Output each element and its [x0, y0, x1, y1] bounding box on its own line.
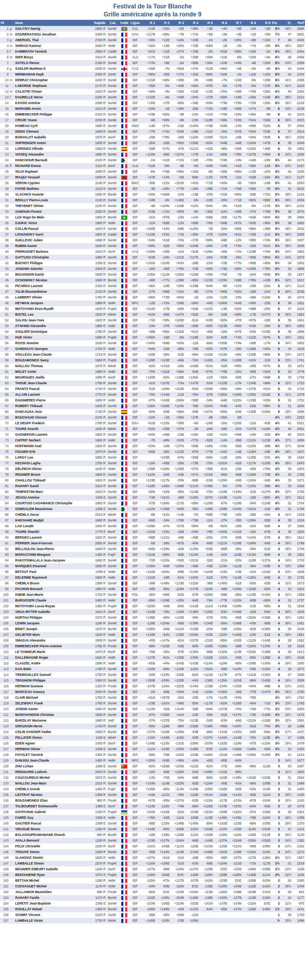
federation [119, 592, 129, 598]
round-5-result: +129N [199, 249, 213, 255]
round-9-result: -67B [257, 529, 271, 535]
points: 4 [271, 541, 280, 546]
flag-france-icon [121, 347, 127, 351]
round-9-result: -84N [257, 729, 271, 735]
round-9-result: +50B [257, 135, 271, 140]
fide-title [9, 495, 14, 500]
fide-title: m [9, 55, 14, 60]
round-7-result: +24B [228, 77, 242, 83]
points: 4 [271, 678, 280, 683]
round-2-result: -80B [156, 689, 170, 695]
round-6-result: =82N [213, 701, 228, 706]
league: IDF [129, 575, 142, 581]
fide-title [9, 518, 14, 523]
round-9-result: -66B [257, 552, 271, 558]
federation [119, 55, 129, 60]
points: 6 [271, 152, 280, 157]
points: 2½ [271, 855, 280, 861]
round-9-result: +88N [257, 352, 271, 358]
tiebreak: 28½ [281, 661, 292, 666]
player-name: LE TANNEUR Marie [15, 649, 89, 655]
round-7-result: -127N [228, 906, 242, 912]
league: IDF [129, 340, 142, 346]
points: 2½ [271, 866, 280, 872]
player-name: BALASOUPRAMANIANE Dinesh [15, 832, 89, 838]
player-name: TREMOUILLES Samuel [15, 672, 89, 678]
round-7-result: -121B [228, 861, 242, 866]
round-2-result: +116B [156, 729, 170, 735]
round-8-result: -49B [242, 295, 257, 300]
round-2-result: -24N [156, 255, 170, 260]
round-2-result: +41B [156, 157, 170, 163]
table-row: 39RUBINI Xavier1640 RSenMIDF+98N-52B+83N… [0, 243, 305, 249]
performance: 1499 [292, 723, 305, 729]
federation [119, 169, 129, 175]
round-6-result: -153B [213, 878, 228, 884]
round-1-result: -58N [141, 489, 156, 495]
round-5-result: -133B [199, 683, 213, 689]
player-name: FAYOLET Yannick [15, 752, 89, 758]
rank: 84 [0, 500, 9, 506]
player-name: BELLOULOU Jean-Pierre [15, 546, 89, 552]
round-1-result: =119N [141, 152, 156, 157]
rank: 144 [0, 844, 9, 849]
points: 6 [271, 129, 280, 135]
points: 4½ [271, 420, 280, 426]
round-7-result: +87N [228, 220, 242, 226]
points: 4½ [271, 500, 280, 506]
flag-france-icon [121, 399, 127, 403]
player-name: RUBINI Xavier [15, 243, 89, 249]
fide-title [9, 826, 14, 832]
round-8-result: =11B [242, 72, 257, 77]
fide-title [9, 420, 14, 426]
round-3-result: -70N [170, 237, 185, 243]
round-1-result: -90N [141, 409, 156, 415]
flag-france-icon [121, 776, 127, 780]
league: IDF [129, 260, 142, 266]
round-4-result: +119B [185, 335, 199, 340]
tiebreak: 33½ [281, 563, 292, 569]
round-2-result: -36B [156, 266, 170, 272]
round-1-result: -87N [141, 398, 156, 403]
round-2-result: -44N [156, 661, 170, 666]
rank: 27 [0, 175, 9, 180]
round-4-result: +10B [185, 37, 199, 43]
rating: 1460 R [89, 786, 107, 792]
player-name: BONVALOT Isabelle [15, 135, 89, 140]
round-7-result: -7B [228, 272, 242, 277]
table-row: 91PERRIER Jean-Francois2050 RSenMIDF-5B-… [0, 541, 305, 546]
tiebreak: 31 [281, 506, 292, 512]
league: IDF [129, 895, 142, 901]
tiebreak: 26½ [281, 678, 292, 683]
round-3-result: +134B [170, 666, 185, 672]
rank: 82 [0, 489, 9, 495]
table-row: 87KHICHANE Madjid1690 RSenMIDF+66B-34N+7… [0, 518, 305, 523]
fide-title [9, 643, 14, 649]
player-name: PICARDA Laurent [15, 283, 89, 289]
performance: 1737 [292, 598, 305, 603]
round-6-result: -114N [213, 746, 228, 752]
round-7-result: +151N [228, 844, 242, 849]
round-8-result: +130B [242, 352, 257, 358]
rank: 106 [0, 626, 9, 632]
league: IDF [129, 495, 142, 500]
round-2-result: +142B [156, 809, 170, 815]
round-1-result: +63B [141, 255, 156, 260]
category: PouM [107, 643, 120, 649]
performance: 1314 [292, 826, 305, 832]
round-9-result [257, 769, 271, 775]
table-row: 136BOUZAMONDO Elias960 RPouMIDF+67B-85N+… [0, 798, 305, 804]
round-9-result: -31B [257, 358, 271, 363]
player-name: BURGISSER Claude [15, 598, 89, 603]
federation [119, 295, 129, 300]
round-1-result: -30B [141, 180, 156, 186]
performance: 1730 [292, 912, 305, 918]
rating: 1570 R [89, 861, 107, 866]
flag-france-icon [121, 908, 127, 911]
table-row: 153RAHARY Fanilo1170 RBenMIDF-102B-130N-… [0, 895, 305, 901]
performance: 1828 [292, 483, 305, 489]
round-3-result: -46B [170, 135, 185, 140]
round-4-result: =34B [185, 100, 199, 106]
rating: 1870 R [89, 449, 107, 455]
round-9-result: -10N [257, 169, 271, 175]
